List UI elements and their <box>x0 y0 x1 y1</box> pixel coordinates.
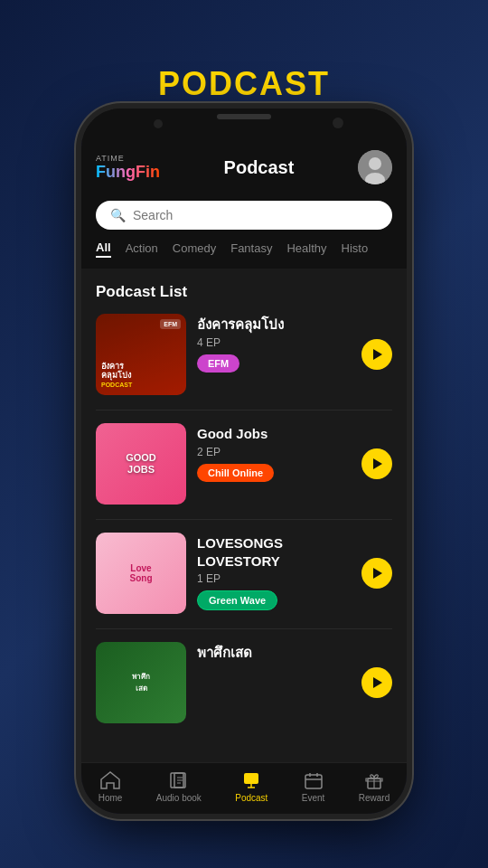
play-button-3[interactable] <box>361 558 392 589</box>
divider-2 <box>96 519 392 520</box>
nav-item-audiobook[interactable]: Audio book <box>156 770 202 803</box>
podcast-name-1: อังคารคลุมโปง <box>197 316 351 334</box>
podcast-info-1: อังคารคลุมโปง 4 EP EFM <box>197 314 351 373</box>
svg-rect-15 <box>248 780 252 782</box>
podcast-thumb-3: LoveSong <box>96 533 186 614</box>
svg-marker-6 <box>373 677 382 688</box>
search-input[interactable] <box>133 208 378 222</box>
podcast-name-3: LOVESONGS LOVESTORY <box>197 534 351 570</box>
podcast-tag-3: Green Wave <box>197 590 277 610</box>
svg-marker-3 <box>373 349 382 360</box>
cat-tab-action[interactable]: Action <box>126 241 158 257</box>
podcast-item-3: LoveSong LOVESONGS LOVESTORY 1 EP Green … <box>96 533 392 614</box>
svg-rect-14 <box>248 778 255 779</box>
podcast-thumb-1: EFM อังคารคลุมโปงPODCAST <box>96 314 186 395</box>
page-title: PODCAST <box>158 65 330 103</box>
avatar[interactable] <box>358 150 392 184</box>
phone-camera-right <box>333 118 343 128</box>
podcast-info-2: Good Jobs 2 EP Chill Online <box>197 423 351 482</box>
play-button-2[interactable] <box>361 448 392 479</box>
nav-item-event[interactable]: Event <box>302 770 325 803</box>
play-button-1[interactable] <box>361 339 392 370</box>
cat-tab-all[interactable]: All <box>96 241 111 258</box>
svg-marker-4 <box>373 458 382 469</box>
podcast-thumb-4: พาศึกเสด <box>96 642 186 723</box>
podcast-item-2: GOODJOBS Good Jobs 2 EP Chill Online <box>96 423 392 505</box>
podcast-icon <box>240 770 262 790</box>
nav-item-home[interactable]: Home <box>99 770 123 803</box>
podcast-item-1: EFM อังคารคลุมโปงPODCAST อังคารคลุมโปง 4… <box>96 314 392 395</box>
podcast-ep-1: 4 EP <box>197 336 351 349</box>
logo-atime: ATIME <box>96 154 125 163</box>
svg-rect-13 <box>248 775 255 777</box>
podcast-tag-2: Chill Online <box>197 464 274 482</box>
nav-label-audiobook: Audio book <box>156 793 202 803</box>
phone-camera-left <box>154 119 163 128</box>
efm-badge: EFM <box>160 319 181 329</box>
podcast-ep-3: 1 EP <box>197 572 351 585</box>
search-icon: 🔍 <box>110 208 126 222</box>
svg-rect-18 <box>305 775 322 788</box>
podcast-info-3: LOVESONGS LOVESTORY 1 EP Green Wave <box>197 533 351 610</box>
nav-item-reward[interactable]: Reward <box>359 770 389 803</box>
divider-1 <box>96 410 392 410</box>
podcast-thumb-2: GOODJOBS <box>96 423 186 505</box>
nav-label-event: Event <box>302 793 325 803</box>
search-section: 🔍 <box>81 193 407 241</box>
podcast-info-4: พาศึกเสด <box>197 642 351 662</box>
podcast-item-4: พาศึกเสด พาศึกเสด <box>96 642 392 723</box>
section-title: Podcast List <box>96 283 392 301</box>
divider-3 <box>96 628 392 629</box>
nav-label-home: Home <box>99 793 123 803</box>
logo-fungfin: FungFin <box>96 163 160 182</box>
cat-tab-comedy[interactable]: Comedy <box>173 241 216 257</box>
event-icon <box>303 770 324 790</box>
audiobook-icon <box>168 770 190 790</box>
podcast-list-section: Podcast List EFM อังคารคลุมโปงPODCAST อั… <box>81 269 407 762</box>
nav-label-reward: Reward <box>359 793 389 803</box>
cat-tab-histo[interactable]: Histo <box>342 241 369 257</box>
phone-speaker <box>217 114 271 119</box>
phone-top-bar <box>81 108 407 141</box>
bottom-nav: Home Audio book <box>81 762 407 814</box>
nav-item-podcast[interactable]: Podcast <box>235 770 267 803</box>
home-icon <box>99 770 121 790</box>
svg-marker-5 <box>373 568 382 579</box>
cat-tab-fantasy[interactable]: Fantasy <box>230 241 272 257</box>
phone-content: ATIME FungFin Podcast 🔍 All Action <box>81 141 407 814</box>
podcast-name-4: พาศึกเสด <box>197 644 351 662</box>
search-bar[interactable]: 🔍 <box>96 201 392 230</box>
podcast-name-2: Good Jobs <box>197 425 351 443</box>
podcast-ep-2: 2 EP <box>197 446 351 458</box>
category-tabs: All Action Comedy Fantasy Healthy Histo <box>81 241 407 269</box>
app-header: ATIME FungFin Podcast <box>81 141 407 193</box>
play-button-4[interactable] <box>361 667 392 698</box>
cat-tab-healthy[interactable]: Healthy <box>286 241 326 257</box>
header-title: Podcast <box>224 157 295 178</box>
svg-point-1 <box>369 157 381 170</box>
reward-icon <box>363 770 385 790</box>
nav-label-podcast: Podcast <box>235 793 267 803</box>
phone-frame: ATIME FungFin Podcast 🔍 All Action <box>81 108 407 814</box>
logo: ATIME FungFin <box>96 154 160 182</box>
podcast-tag-1: EFM <box>197 354 239 373</box>
